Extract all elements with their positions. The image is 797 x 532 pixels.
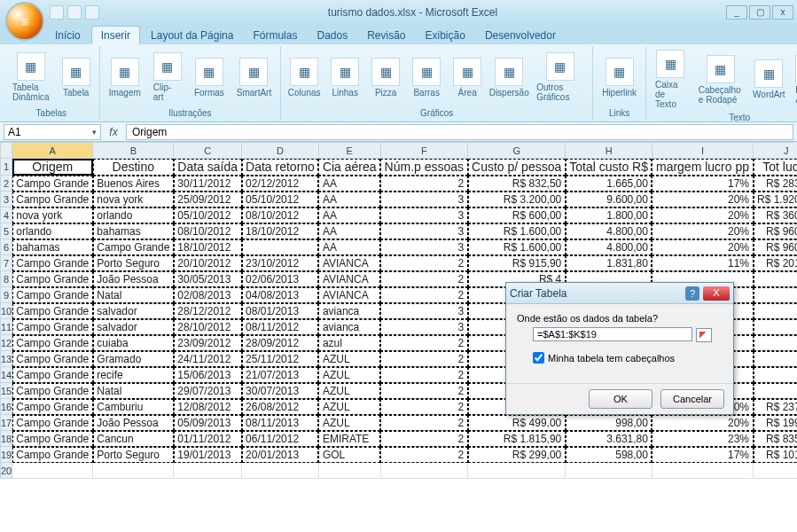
cell[interactable]: R$ 960,00 (754, 223, 797, 239)
cell[interactable]: 08/11/2012 (242, 319, 319, 335)
cell[interactable]: 4.800,00 (566, 239, 652, 255)
cell[interactable]: 26/08/2012 (242, 399, 319, 415)
row-header-19[interactable]: 19 (1, 447, 12, 463)
cell[interactable]: Buenos Aires (93, 176, 174, 192)
ribbon-imagem[interactable]: ▦Imagem (105, 56, 145, 99)
cell[interactable]: bahamas (12, 239, 93, 255)
cell[interactable]: 29/07/2013 (174, 383, 242, 399)
cell[interactable]: 01/11/2012 (174, 431, 242, 447)
close-button[interactable]: x (772, 5, 793, 20)
qat-redo-icon[interactable] (85, 5, 99, 20)
cell[interactable]: 02/08/2013 (174, 287, 242, 303)
cell[interactable]: R$ 101,66 (754, 447, 797, 463)
headers-checkbox-label[interactable]: Minha tabela tem cabeçalhos (533, 352, 723, 364)
cell[interactable]: Campo Grande (12, 192, 93, 207)
cell[interactable]: azul (318, 335, 380, 351)
row-header-17[interactable]: 17 (1, 415, 12, 431)
header-cell[interactable]: margem lucro pp (652, 159, 753, 176)
cell[interactable]: Campo Grande (12, 335, 93, 351)
cell[interactable]: AZUL (318, 351, 380, 367)
tab-exibição[interactable]: Exibição (417, 27, 474, 44)
cell[interactable]: R$ 832,50 (468, 176, 566, 192)
headers-checkbox[interactable] (533, 352, 544, 364)
cell[interactable]: 02/06/2013 (242, 271, 319, 287)
cell[interactable]: 30/05/2013 (174, 271, 242, 287)
row-header-18[interactable]: 18 (1, 431, 12, 447)
header-cell[interactable]: Destino (93, 159, 174, 176)
cell[interactable]: 23/09/2012 (174, 335, 242, 351)
cell[interactable]: Campo Grande (12, 399, 93, 415)
ribbon-tabela[interactable]: ▦Tabela (59, 56, 94, 99)
cell[interactable]: Campo Grande (93, 239, 174, 255)
cell[interactable]: 18/10/2012 (242, 223, 319, 239)
ribbon-colunas[interactable]: ▦Colunas (286, 56, 322, 99)
tab-fórmulas[interactable]: Fórmulas (244, 27, 306, 44)
cell[interactable]: 2 (380, 415, 467, 431)
col-header-G[interactable]: G (468, 143, 566, 159)
qat-save-icon[interactable] (50, 5, 64, 20)
maximize-button[interactable]: ▢ (749, 5, 770, 20)
cell[interactable]: R$ 283,05 (754, 176, 797, 192)
cell[interactable]: 18/10/2012 (174, 239, 242, 255)
cell[interactable]: 20% (652, 192, 753, 207)
cell[interactable]: Campo Grande (12, 351, 93, 367)
cell[interactable]: Gramado (93, 351, 174, 367)
ribbon-dispers-o[interactable]: ▦Dispersão (490, 56, 527, 99)
cell[interactable]: R$ 201,50 (754, 255, 797, 271)
cell[interactable]: Campo Grande (12, 303, 93, 319)
row-header-16[interactable]: 16 (1, 399, 12, 415)
office-button[interactable]: ⊞ (5, 2, 44, 41)
cell[interactable]: salvador (93, 319, 174, 335)
ribbon-caixa-de-texto[interactable]: ▦Caixa de Texto (652, 48, 690, 111)
cell[interactable]: Campo Grande (12, 415, 93, 431)
cell[interactable]: 17% (652, 176, 753, 192)
cell[interactable]: 2 (380, 255, 467, 271)
cell[interactable]: João Pessoa (93, 415, 174, 431)
tab-inserir[interactable]: Inserir (91, 26, 140, 44)
cell[interactable] (174, 463, 242, 479)
cell[interactable]: 17% (652, 447, 753, 463)
select-all[interactable] (1, 143, 12, 159)
ribbon-outros-gr-ficos[interactable]: ▦Outros Gráficos (533, 51, 587, 104)
cell[interactable]: 20% (652, 239, 753, 255)
col-header-C[interactable]: C (174, 143, 242, 159)
tab-desenvolvedor[interactable]: Desenvolvedor (476, 27, 565, 44)
cell[interactable] (754, 303, 797, 319)
cell[interactable]: R$ 1.815,90 (468, 431, 566, 447)
cell[interactable]: 2 (380, 271, 467, 287)
cell[interactable]: EMIRATE (318, 431, 380, 447)
cell[interactable]: AA (318, 239, 380, 255)
cell[interactable]: avianca (318, 319, 380, 335)
ribbon--rea[interactable]: ▦Área (449, 56, 485, 99)
header-cell[interactable]: Núm.p essoas (380, 159, 467, 176)
cell[interactable]: Camburiu (93, 399, 174, 415)
row-header-11[interactable]: 11 (1, 319, 12, 335)
formula-input[interactable]: Origem (126, 124, 793, 140)
cell[interactable]: bahamas (93, 223, 174, 239)
ribbon-hiperlink[interactable]: ▦Hiperlink (598, 56, 640, 99)
cell[interactable]: 05/09/2013 (174, 415, 242, 431)
cell[interactable] (754, 287, 797, 303)
cell[interactable]: 9.600,00 (566, 192, 652, 207)
tab-layout-da-página[interactable]: Layout da Página (142, 27, 242, 44)
cell[interactable]: 21/07/2013 (242, 367, 319, 383)
cell[interactable]: 12/08/2012 (174, 399, 242, 415)
cell[interactable] (754, 463, 797, 479)
cell[interactable] (754, 335, 797, 351)
cell[interactable]: Campo Grande (12, 176, 93, 192)
cell[interactable]: 04/08/2013 (242, 287, 319, 303)
cell[interactable]: 28/12/2012 (174, 303, 242, 319)
header-cell[interactable]: Cia aérea (318, 159, 380, 176)
cell[interactable]: Porto Seguro (93, 255, 174, 271)
cell[interactable]: 23% (652, 431, 753, 447)
cell[interactable]: 06/11/2012 (242, 431, 319, 447)
name-box[interactable]: A1 (4, 124, 101, 140)
cell[interactable] (242, 463, 319, 479)
cell[interactable]: Cancun (93, 431, 174, 447)
col-header-D[interactable]: D (242, 143, 319, 159)
row-header-3[interactable]: 3 (1, 192, 12, 207)
cell[interactable]: Campo Grande (12, 271, 93, 287)
cell[interactable]: 25/09/2012 (174, 192, 242, 207)
cell[interactable]: 998,00 (566, 415, 652, 431)
row-header-10[interactable]: 10 (1, 303, 12, 319)
